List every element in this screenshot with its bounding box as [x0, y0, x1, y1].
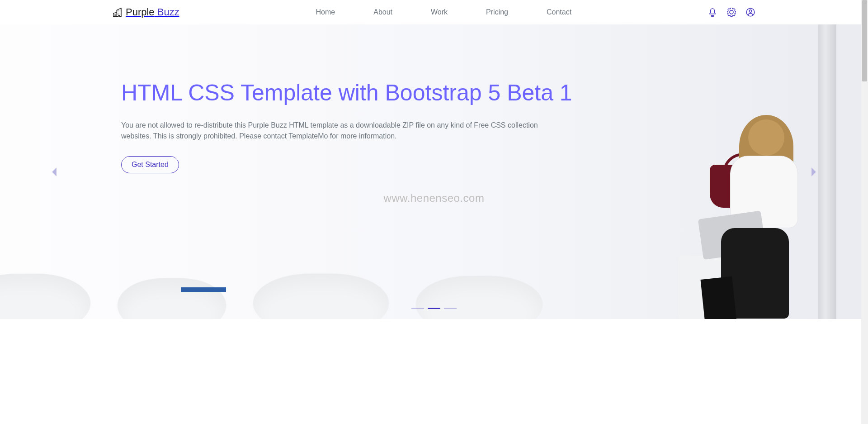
decorative-stool [0, 274, 90, 319]
chevron-right-icon [808, 166, 820, 178]
decorative-stool [416, 276, 542, 319]
nav-item-home[interactable]: Home [316, 8, 335, 16]
carousel-indicator-1[interactable] [428, 308, 440, 309]
buildings-icon [113, 8, 122, 17]
svg-point-1 [749, 10, 752, 13]
gear-icon[interactable] [727, 8, 736, 17]
chevron-left-icon [48, 166, 60, 178]
carousel-indicator-2[interactable] [444, 308, 457, 309]
carousel-next-button[interactable] [805, 163, 823, 181]
nav-item-contact[interactable]: Contact [547, 8, 571, 16]
carousel-indicators [411, 308, 457, 309]
bell-icon[interactable] [708, 8, 717, 17]
nav-icons [708, 8, 755, 17]
brand-text-first: Purple [126, 6, 155, 18]
hero-banner: HTML CSS Template with Bootstrap 5 Beta … [0, 24, 868, 319]
person-circle-icon[interactable] [746, 8, 755, 17]
brand-link[interactable]: Purple Buzz [113, 6, 179, 18]
scrollbar-thumb[interactable] [862, 0, 867, 81]
nav-item-about[interactable]: About [373, 8, 392, 16]
nav-item-pricing[interactable]: Pricing [486, 8, 508, 16]
nav-item-work[interactable]: Work [431, 8, 448, 16]
decorative-stool [253, 274, 389, 319]
decorative-floor [181, 287, 226, 292]
carousel-indicator-0[interactable] [411, 308, 424, 309]
decorative-stool [118, 278, 226, 319]
hero-subtitle: You are not allowed to re-distribute thi… [121, 120, 560, 142]
brand-text-second: Buzz [157, 6, 179, 18]
hero-title: HTML CSS Template with Bootstrap 5 Beta … [121, 79, 591, 107]
get-started-button[interactable]: Get Started [121, 156, 179, 173]
navbar: Purple Buzz Home About Work Pricing Cont… [0, 0, 868, 24]
scrollbar[interactable] [861, 0, 868, 319]
carousel-prev-button[interactable] [45, 163, 63, 181]
decorative-person [689, 115, 807, 314]
nav-links: Home About Work Pricing Contact [316, 8, 572, 16]
hero-content: HTML CSS Template with Bootstrap 5 Beta … [121, 24, 591, 173]
watermark-text: www.henenseo.com [384, 192, 485, 205]
